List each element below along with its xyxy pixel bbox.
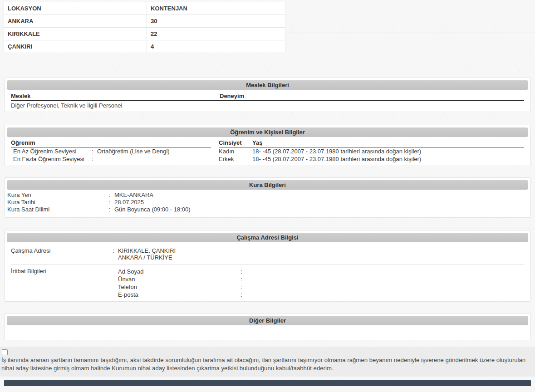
- diger-empty-body: [7, 325, 528, 337]
- kura-row-yeri: Kura Yeri : MKE-ANKARA: [7, 191, 528, 199]
- section-meslek-bilgileri: Meslek Bilgileri Meslek Deneyim Diğer Pr…: [4, 78, 531, 112]
- gender-label: Erkek: [219, 155, 252, 163]
- section-ogrenim-kisisel: Öğrenim ve Kişisel Bilgiler Öğrenim En A…: [4, 125, 531, 166]
- contact-block: İrtibat Bilgileri Ad Soyad : Ünvan : Tel…: [11, 268, 524, 299]
- section-title-kura: Kura Bilgileri: [7, 180, 528, 190]
- colon: :: [241, 291, 246, 299]
- value-kura-saat: Gün Boyunca (09:00 - 18:00): [114, 206, 191, 213]
- ogrenim-row-max: En Fazla Öğrenim Seviyesi :: [11, 155, 211, 163]
- section-title-meslek: Meslek Bilgileri: [7, 80, 528, 90]
- table-header-row: LOKASYON KONTENJAN: [4, 2, 285, 15]
- address-value: KIRIKKALE, ÇANKIRI ANKARA / TÜRKİYE: [118, 247, 176, 261]
- column-header-cinsiyet: Cinsiyet: [219, 139, 252, 146]
- kura-row-tarihi: Kura Tarihi : 28.07.2025: [7, 199, 528, 206]
- label-eposta: E-posta: [118, 291, 241, 299]
- colon: :: [113, 247, 118, 261]
- label-telefon: Telefon: [118, 283, 241, 291]
- column-header-kontenjan: KONTENJAN: [147, 2, 285, 15]
- address-line-1: KIRIKKALE, ÇANKIRI: [118, 247, 176, 254]
- section-title-ogrenim: Öğrenim ve Kişisel Bilgiler: [7, 127, 528, 137]
- column-header-meslek: Meslek: [11, 93, 220, 99]
- age-range: 18- -45 (28.07.2007 - 23.07.1980 tarihle…: [252, 147, 421, 155]
- ogrenim-row-min: En Az Öğrenim Seviyesi : Ortaöğretim (Li…: [11, 147, 211, 155]
- column-header-lokasyon: LOKASYON: [4, 2, 147, 15]
- colon: :: [241, 268, 246, 275]
- table-row: KIRIKKALE 22: [4, 28, 285, 40]
- label-irtibat: İrtibat Bilgileri: [11, 268, 118, 299]
- gender-label: Kadın: [219, 147, 252, 155]
- cell-location: KIRIKKALE: [4, 28, 147, 40]
- cell-location: ANKARA: [4, 15, 147, 28]
- column-header-yas: Yaş: [252, 139, 262, 146]
- footer-bar: [4, 380, 531, 386]
- section-diger-bilgiler: Diğer Bilgiler: [4, 313, 531, 340]
- colon: :: [109, 191, 114, 199]
- contact-row-unvan: Ünvan :: [118, 275, 524, 283]
- cell-quota: 30: [147, 15, 285, 28]
- colon: :: [241, 283, 246, 291]
- contact-row-telefon: Telefon :: [118, 283, 524, 291]
- section-title-calisma: Çalışma Adresi Bilgisi: [7, 233, 528, 242]
- label-en-fazla: En Fazla Öğrenim Seviyesi: [13, 155, 92, 163]
- label-kura-saat: Kura Saat Dilimi: [7, 206, 109, 213]
- cell-quota: 22: [147, 28, 285, 40]
- section-calisma-adresi: Çalışma Adresi Bilgisi Çalışma Adresi : …: [4, 230, 531, 302]
- address-line-2: ANKARA / TÜRKİYE: [118, 254, 176, 261]
- divider: [11, 265, 524, 265]
- gender-row-kadin: Kadın 18- -45 (28.07.2007 - 23.07.1980 t…: [219, 147, 524, 155]
- label-en-az: En Az Öğrenim Seviyesi: [13, 147, 92, 155]
- contact-row-eposta: E-posta :: [118, 291, 524, 299]
- colon: :: [109, 206, 114, 213]
- contact-row-ad-soyad: Ad Soyad :: [118, 268, 524, 275]
- label-unvan: Ünvan: [118, 275, 241, 283]
- colon: :: [92, 147, 97, 155]
- section-kura-bilgileri: Kura Bilgileri Kura Yeri : MKE-ANKARA Ku…: [4, 177, 531, 218]
- colon: :: [109, 199, 114, 206]
- age-range: 18- -45 (28.07.2007 - 23.07.1980 tarihle…: [252, 155, 421, 163]
- gender-row-erkek: Erkek 18- -45 (28.07.2007 - 23.07.1980 t…: [219, 155, 524, 163]
- label-kura-tarihi: Kura Tarihi: [7, 199, 109, 206]
- colon: :: [92, 155, 97, 163]
- label-kura-yeri: Kura Yeri: [7, 191, 109, 199]
- consent-checkbox[interactable]: [2, 349, 8, 355]
- value-kura-yeri: MKE-ANKARA: [114, 191, 153, 199]
- consent-strip: İş ilanında aranan şartların tamamını ta…: [0, 347, 535, 377]
- colon: :: [241, 275, 246, 283]
- cell-location: ÇANKIRI: [4, 40, 147, 53]
- label-calisma-adresi: Çalışma Adresi: [11, 247, 113, 261]
- column-header-ogrenim: Öğrenim: [11, 138, 211, 147]
- table-row: ÇANKIRI 4: [4, 40, 285, 53]
- location-table: LOKASYON KONTENJAN ANKARA 30 KIRIKKALE 2…: [4, 2, 285, 53]
- section-title-diger: Diğer Bilgiler: [7, 316, 528, 325]
- kura-row-saat: Kura Saat Dilimi : Gün Boyunca (09:00 - …: [7, 206, 528, 213]
- cell-quota: 4: [147, 40, 285, 53]
- value-kura-tarihi: 28.07.2025: [114, 199, 144, 206]
- value-en-az: Ortaöğretim (Lise ve Dengi): [97, 147, 170, 155]
- label-ad-soyad: Ad Soyad: [118, 268, 241, 275]
- address-row: Çalışma Adresi : KIRIKKALE, ÇANKIRI ANKA…: [11, 247, 524, 261]
- consent-text: İş ilanında aranan şartların tamamını ta…: [1, 356, 530, 372]
- column-header-deneyim: Deneyim: [220, 93, 244, 99]
- table-row: ANKARA 30: [4, 15, 285, 28]
- meslek-value: Diğer Profesyonel, Teknik ve İlgili Pers…: [11, 101, 524, 109]
